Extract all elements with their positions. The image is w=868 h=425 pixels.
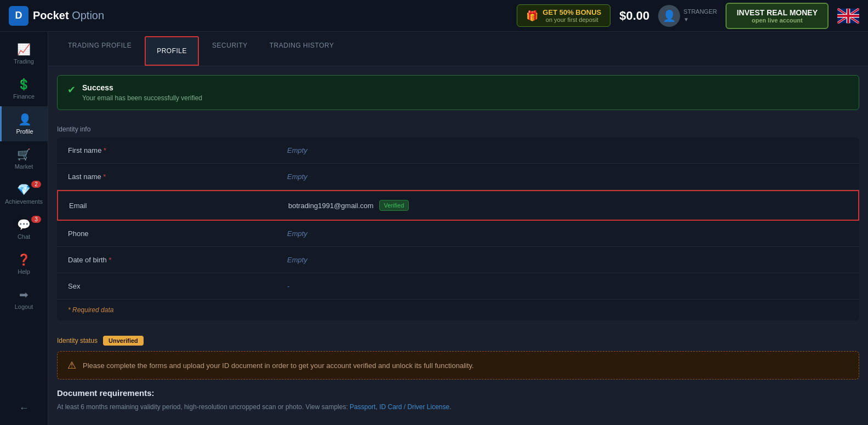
- achievements-icon: 💎: [17, 183, 31, 196]
- tab-bar: TRADING PROFILE PROFILE SECURITY TRADING…: [48, 32, 868, 66]
- dob-value[interactable]: Empty: [287, 256, 307, 264]
- last-name-row: Last name * Empty: [57, 164, 859, 190]
- warning-text: Please complete the forms and upload you…: [83, 361, 474, 370]
- check-icon: ✔: [67, 84, 76, 96]
- chat-badge: 3: [31, 216, 41, 223]
- email-address: botrading1991@gmail.com: [288, 202, 374, 210]
- logout-icon: ➡: [19, 288, 28, 301]
- sidebar-bottom: ←: [13, 396, 36, 421]
- warning-icon: ⚠: [67, 359, 76, 371]
- sidebar-item-profile[interactable]: 👤 Profile: [0, 106, 48, 141]
- phone-label: Phone: [68, 229, 287, 238]
- avatar: 👤: [658, 5, 680, 27]
- tab-security[interactable]: SECURITY: [201, 32, 259, 66]
- sex-row: Sex -: [57, 273, 859, 300]
- sidebar-item-label: Trading: [14, 58, 34, 65]
- bonus-button[interactable]: 🎁 GET 50% BONUS on your first deposit: [517, 4, 610, 27]
- finance-icon: 💲: [17, 78, 31, 91]
- doc-requirements-title: Document requirements:: [57, 388, 859, 398]
- unverified-badge: Unverified: [103, 336, 144, 346]
- phone-row: Phone Empty: [57, 221, 859, 247]
- logo-icon: D: [9, 6, 28, 26]
- verified-badge: Verified: [379, 200, 409, 211]
- identity-status-label: Identity status: [57, 337, 98, 344]
- chat-icon: 💬: [17, 218, 31, 231]
- first-name-label: First name *: [68, 146, 287, 154]
- language-flag[interactable]: [837, 8, 859, 24]
- sidebar-item-label: Profile: [16, 128, 33, 135]
- passport-link[interactable]: Passport: [350, 403, 375, 411]
- user-menu[interactable]: 👤 STRANGER ▼: [658, 5, 717, 27]
- success-title: Success: [82, 83, 202, 92]
- sidebar-item-market[interactable]: 🛒 Market: [0, 141, 48, 176]
- success-banner: ✔ Success Your email has been successful…: [57, 75, 859, 110]
- sidebar-item-logout[interactable]: ➡ Logout: [0, 282, 48, 317]
- achievements-badge: 2: [31, 181, 41, 188]
- sidebar-item-label: Finance: [13, 93, 35, 100]
- doc-requirements-section: Document requirements: At least 6 months…: [57, 388, 859, 412]
- dob-label: Date of birth *: [68, 256, 287, 264]
- tab-trading-history[interactable]: TRADING HISTORY: [259, 32, 345, 66]
- doc-requirements-desc: At least 6 months remaining validity per…: [57, 402, 859, 412]
- help-icon: ❓: [17, 253, 31, 266]
- balance-display: $0.00: [619, 9, 649, 23]
- success-message: Your email has been successfully verifie…: [82, 94, 202, 102]
- sidebar-item-trading[interactable]: 📈 Trading: [0, 36, 48, 71]
- gift-icon: 🎁: [526, 10, 538, 22]
- tab-profile[interactable]: PROFILE: [145, 36, 199, 66]
- sidebar-item-achievements[interactable]: 💎 Achievements 2: [0, 176, 48, 211]
- invest-sub-text: open live account: [736, 17, 818, 24]
- sidebar-item-label: Chat: [18, 233, 30, 240]
- user-label: STRANGER: [683, 8, 717, 15]
- id-card-link[interactable]: ID Card / Driver License: [379, 403, 449, 411]
- main-layout: 📈 Trading 💲 Finance 👤 Profile 🛒 Market 💎…: [0, 32, 868, 425]
- sex-label: Sex: [68, 282, 287, 290]
- identity-status-section: Identity status Unverified ⚠ Please comp…: [57, 329, 859, 380]
- first-name-row: First name * Empty: [57, 137, 859, 164]
- last-name-label: Last name *: [68, 173, 287, 181]
- required-note: * Required data: [57, 300, 859, 320]
- profile-icon: 👤: [18, 113, 32, 126]
- logo-text: Pocket Option: [33, 9, 104, 22]
- identity-info-section: Identity info First name * Empty Last na…: [57, 119, 859, 320]
- last-name-value[interactable]: Empty: [287, 173, 307, 181]
- tab-trading-profile[interactable]: TRADING PROFILE: [57, 32, 142, 66]
- email-label: Email: [69, 202, 288, 210]
- bonus-subtitle: on your first deposit: [542, 16, 601, 23]
- collapse-button[interactable]: ←: [13, 396, 36, 421]
- sidebar-item-label: Help: [18, 268, 30, 275]
- chevron-down-icon: ▼: [683, 16, 689, 22]
- header: D Pocket Option 🎁 GET 50% BONUS on your …: [0, 0, 868, 32]
- sex-value[interactable]: -: [287, 282, 289, 290]
- sidebar-item-label: Market: [15, 163, 33, 170]
- dob-row: Date of birth * Empty: [57, 247, 859, 273]
- sidebar-item-help[interactable]: ❓ Help: [0, 246, 48, 282]
- sidebar-item-finance[interactable]: 💲 Finance: [0, 71, 48, 106]
- first-name-value[interactable]: Empty: [287, 146, 307, 154]
- sidebar: 📈 Trading 💲 Finance 👤 Profile 🛒 Market 💎…: [0, 32, 48, 425]
- phone-value[interactable]: Empty: [287, 229, 307, 238]
- trading-icon: 📈: [17, 43, 31, 56]
- identity-info-table: First name * Empty Last name * Empty Ema…: [57, 137, 859, 320]
- warning-box: ⚠ Please complete the forms and upload y…: [57, 351, 859, 380]
- bonus-title: GET 50% BONUS: [542, 8, 601, 16]
- identity-info-title: Identity info: [57, 119, 859, 137]
- email-value: botrading1991@gmail.com Verified: [288, 200, 409, 211]
- invest-main-text: INVEST REAL MONEY: [736, 8, 818, 17]
- email-row: Email botrading1991@gmail.com Verified: [57, 190, 859, 221]
- main-content: TRADING PROFILE PROFILE SECURITY TRADING…: [48, 32, 868, 425]
- sidebar-item-chat[interactable]: 💬 Chat 3: [0, 211, 48, 246]
- market-icon: 🛒: [17, 148, 31, 161]
- invest-button[interactable]: INVEST REAL MONEY open live account: [726, 3, 829, 29]
- logo[interactable]: D Pocket Option: [9, 6, 104, 26]
- sidebar-item-label: Logout: [15, 303, 33, 310]
- sidebar-item-label: Achievements: [5, 198, 43, 205]
